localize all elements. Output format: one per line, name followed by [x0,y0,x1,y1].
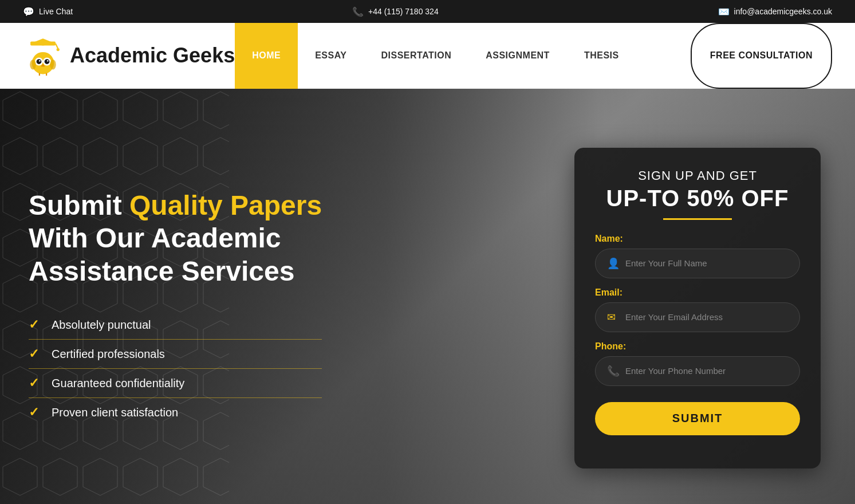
phone-input-wrapper: 📞 [595,356,800,386]
check-icon-2: ✓ [29,346,42,361]
check-icon-3: ✓ [29,376,42,391]
feature-confidentiality: ✓ Guaranteed confidentiality [29,369,322,398]
svg-point-8 [45,59,50,64]
hero-section: Submit Quality Papers With Our AcademicA… [0,89,855,504]
email-label: Email: [595,288,800,298]
card-divider [663,218,732,220]
svg-point-9 [39,60,41,62]
check-icon-1: ✓ [29,317,42,332]
signup-card: SIGN UP AND GET UP-TO 50% OFF Name: 👤 Em… [574,148,821,468]
heading-post: With Our AcademicAssistance Services [29,223,294,286]
feature-professionals: ✓ Certified professionals [29,340,322,369]
email-section[interactable]: ✉️ info@academicgeeks.co.uk [718,6,832,17]
top-bar: 💬 Live Chat 📞 +44 (115) 7180 324 ✉️ info… [0,0,855,23]
hero-heading: Submit Quality Papers With Our AcademicA… [29,189,322,288]
card-discount: UP-TO 50% OFF [595,186,800,211]
card-title: SIGN UP AND GET [595,168,800,183]
phone-section[interactable]: 📞 +44 (115) 7180 324 [352,6,439,17]
person-icon: 👤 [607,257,618,270]
phone-number: +44 (115) 7180 324 [368,7,439,16]
svg-line-2 [56,44,58,49]
check-icon-4: ✓ [29,405,42,420]
heading-highlight: Quality Papers [129,190,322,220]
chat-icon: 💬 [23,6,34,17]
free-consultation-button[interactable]: FREE CONSULTATION [691,23,832,89]
email-input-wrapper: ✉ [595,302,800,332]
phone-icon: 📞 [352,6,364,17]
phone-field-icon: 📞 [607,365,618,377]
feature-label-4: Proven client satisfaction [52,406,178,419]
live-chat-label: Live Chat [39,7,73,16]
feature-label-3: Guaranteed confidentiality [52,377,184,390]
nav-spacer [636,23,679,89]
svg-point-7 [37,59,42,64]
feature-label-1: Absolutely punctual [52,318,151,332]
svg-point-10 [47,60,49,62]
name-label: Name: [595,234,800,244]
feature-punctual: ✓ Absolutely punctual [29,310,322,340]
hero-content: Submit Quality Papers With Our AcademicA… [0,148,855,468]
envelope-icon: ✉ [607,311,618,324]
nav-thesis[interactable]: THESIS [567,23,636,89]
heading-pre: Submit [29,190,129,220]
main-nav: HOME ESSAY DISSERTATION ASSIGNMENT THESI… [235,23,855,89]
feature-satisfaction: ✓ Proven client satisfaction [29,398,322,427]
svg-point-3 [57,48,60,51]
phone-label: Phone: [595,341,800,352]
header: Academic Geeks HOME ESSAY DISSERTATION A… [0,23,855,89]
feature-label-2: Certified professionals [52,348,165,361]
svg-point-12 [30,60,36,70]
email-icon: ✉️ [718,6,730,17]
name-input[interactable] [625,258,788,268]
logo-area[interactable]: Academic Geeks [23,36,235,76]
svg-point-13 [50,60,56,70]
owl-logo-icon [23,36,63,76]
feature-list: ✓ Absolutely punctual ✓ Certified profes… [29,310,322,427]
name-input-wrapper: 👤 [595,249,800,278]
live-chat-section[interactable]: 💬 Live Chat [23,6,73,17]
email-input[interactable] [625,312,788,322]
submit-button[interactable]: SUBMIT [595,402,800,435]
nav-home[interactable]: HOME [235,23,298,89]
nav-assignment[interactable]: ASSIGNMENT [468,23,567,89]
hero-left-panel: Submit Quality Papers With Our AcademicA… [29,189,322,427]
nav-essay[interactable]: ESSAY [298,23,364,89]
email-address: info@academicgeeks.co.uk [734,7,832,16]
nav-dissertation[interactable]: DISSERTATION [364,23,468,89]
logo-text: Academic Geeks [70,44,235,68]
phone-input[interactable] [625,366,788,376]
